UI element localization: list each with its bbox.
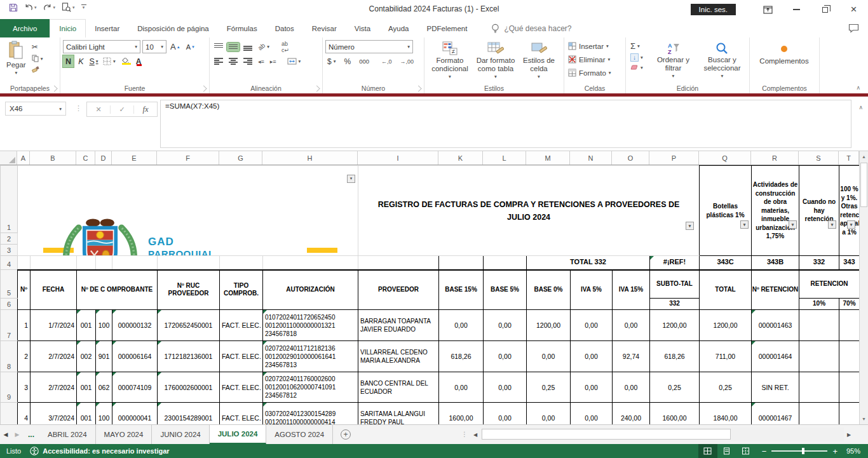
header-tipo[interactable]: TIPO COMPROB. (220, 270, 263, 310)
autosum-button[interactable]: Σ (628, 41, 649, 51)
header-autorizacion[interactable]: AUTORIZACIÓN (263, 270, 358, 310)
filter-dropdown-icon[interactable] (828, 220, 836, 229)
code-332-cell[interactable]: 332 (799, 256, 839, 270)
cell[interactable]: 1200,00 (527, 310, 571, 341)
cell[interactable]: 1720652450001 (158, 310, 220, 341)
cell[interactable]: 0,25 (650, 372, 700, 403)
column-header[interactable]: M (526, 151, 570, 165)
filter-dropdown-icon[interactable] (740, 220, 749, 229)
column-header[interactable]: R (751, 151, 799, 165)
decrease-indent-button[interactable]: ◂≡ (256, 58, 266, 65)
cell[interactable] (484, 256, 527, 270)
accessibility-status[interactable]: Accesibilidad: es necesario investigar (30, 447, 169, 455)
addins-button[interactable]: Complementos (752, 39, 816, 65)
format-cells-button[interactable]: Formato▾ (567, 66, 623, 79)
cell[interactable] (799, 372, 839, 403)
orientation-button[interactable]: ab (256, 43, 271, 51)
collapse-ribbon-icon[interactable]: ∧ (856, 84, 860, 91)
cell[interactable] (220, 256, 263, 270)
cell[interactable] (31, 256, 77, 270)
cell[interactable]: 0,00 (484, 403, 527, 425)
zoom-out-icon[interactable]: − (762, 447, 767, 456)
number-format-combo[interactable]: Número▾ (325, 40, 413, 53)
page-layout-view-button[interactable] (717, 444, 736, 458)
minimize-button[interactable] (782, 0, 811, 19)
cell[interactable]: 1760002600001 (158, 372, 220, 403)
zoom-in-icon[interactable]: + (832, 447, 837, 456)
align-top-button[interactable] (212, 43, 225, 51)
cell[interactable]: 000001467 (752, 403, 799, 425)
horizontal-scrollbar[interactable]: ◀ ▶ (470, 428, 854, 441)
column-header[interactable]: B (30, 151, 76, 165)
cell[interactable] (839, 341, 859, 372)
cell[interactable]: 000000041 (112, 403, 158, 425)
column-header[interactable]: I (358, 151, 438, 165)
header-retencion[interactable]: RETENCION (799, 270, 859, 299)
cell[interactable] (799, 341, 839, 372)
cell[interactable]: 0,00 (571, 310, 613, 341)
restore-button[interactable] (811, 0, 839, 19)
tab-vista[interactable]: Vista (346, 19, 379, 37)
horizontal-scroll-track[interactable] (480, 428, 844, 441)
scroll-down-icon[interactable]: ▼ (860, 414, 868, 424)
sheet-nav-left-icon[interactable]: ◀ (0, 425, 11, 444)
zoom-percentage[interactable]: 95% (844, 447, 868, 455)
align-right-button[interactable] (241, 57, 254, 65)
cell[interactable]: 2300154289001 (158, 403, 220, 425)
copy-button[interactable] (30, 54, 45, 63)
column-header[interactable]: A (17, 151, 30, 165)
cell[interactable] (439, 256, 484, 270)
align-middle-button[interactable] (227, 43, 240, 51)
filter-dropdown-icon[interactable] (686, 222, 694, 230)
cell[interactable]: 240,00 (613, 403, 650, 425)
horizontal-scroll-thumb[interactable] (482, 429, 731, 440)
cell[interactable] (18, 256, 31, 270)
decrease-font-button[interactable]: A▼ (184, 43, 197, 51)
cell[interactable]: 2/7/2024 (31, 341, 77, 372)
cell[interactable]: 100 (96, 310, 112, 341)
sheet-tab-agosto[interactable]: AGOSTO 2024 (266, 425, 333, 444)
cell[interactable]: BANCO CENTRAL DEL ECUADOR (358, 372, 439, 403)
cell[interactable]: 2 (18, 341, 31, 372)
cell[interactable]: 001 (77, 372, 96, 403)
tax-header-r-cell[interactable]: Actividades de construcción de obra mate… (752, 166, 799, 256)
row-header[interactable]: 1 (1, 166, 18, 233)
sheet-tab-abril[interactable]: ABRIL 2024 (39, 425, 96, 444)
cell[interactable]: 0,00 (439, 310, 484, 341)
cell[interactable]: 0,00 (484, 341, 527, 372)
font-size-combo[interactable]: 10▾ (142, 40, 166, 53)
cell[interactable] (799, 310, 839, 341)
sheet-nav-right-icon[interactable]: ▶ (11, 425, 23, 444)
italic-button[interactable]: K (76, 55, 86, 67)
cell[interactable]: 618,26 (439, 341, 484, 372)
increase-decimal-button[interactable]: ←,0 (379, 58, 394, 65)
cell[interactable]: 100 (96, 403, 112, 425)
header-base0[interactable]: BASE 0% (527, 270, 571, 310)
cell[interactable] (839, 310, 859, 341)
cell[interactable] (839, 372, 859, 403)
cell[interactable]: 0,00 (613, 372, 650, 403)
column-header[interactable]: Q (699, 151, 751, 165)
cell[interactable]: 92,74 (613, 341, 650, 372)
tab-archivo[interactable]: Archivo (0, 19, 50, 37)
normal-view-button[interactable] (698, 444, 717, 458)
cell[interactable] (839, 403, 859, 425)
cell[interactable]: SIN RET. (752, 372, 799, 403)
report-title-cell[interactable]: REGISTRO DE FACTURAS DE COMPRA Y RETENCI… (358, 166, 700, 256)
cell[interactable]: FACT. ELEC. (220, 310, 263, 341)
clear-button[interactable] (628, 64, 649, 71)
scroll-left-icon[interactable]: ◀ (470, 428, 480, 441)
column-header[interactable]: D (95, 151, 112, 165)
cell[interactable]: 0,00 (527, 341, 571, 372)
cell[interactable]: 711,00 (700, 341, 752, 372)
code-343-cell[interactable]: 343 (839, 256, 859, 270)
cell[interactable]: BARRAGAN TOAPANTA JAVIER EDUARDO (358, 310, 439, 341)
row-header[interactable]: 10 (1, 403, 18, 425)
formula-bar-collapse-icon[interactable]: ∧ (858, 104, 863, 111)
bold-button[interactable]: N (63, 55, 74, 67)
name-box[interactable]: X46 ▾ (5, 102, 66, 116)
name-box-caret-icon[interactable]: ▾ (59, 106, 62, 112)
cell[interactable]: 901 (96, 341, 112, 372)
cell[interactable]: 062 (96, 372, 112, 403)
cell[interactable]: 000006164 (112, 341, 158, 372)
